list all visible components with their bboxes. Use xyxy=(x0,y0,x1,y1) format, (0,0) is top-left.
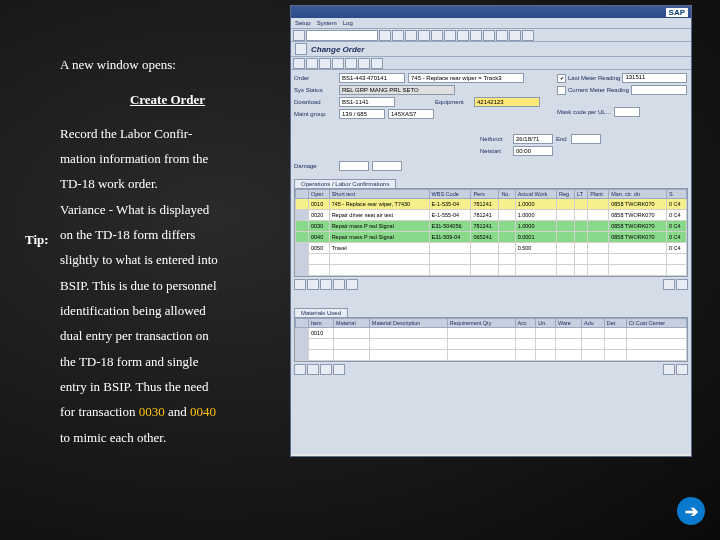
ops-cell-work[interactable]: 1.0000 xyxy=(515,210,556,221)
ops-cell-txt[interactable]: Repair mass P red Signal xyxy=(329,232,429,243)
menu-system[interactable]: System xyxy=(317,20,337,26)
tb-nextpage-icon[interactable] xyxy=(496,30,508,41)
ops-cell-plant[interactable] xyxy=(588,221,609,232)
ops-cell-lt[interactable] xyxy=(575,232,588,243)
tb-enter-icon[interactable] xyxy=(293,30,305,41)
ops-cell-txt[interactable]: 745 - Replace rear wiper, T7430 xyxy=(329,199,429,210)
mat-cell-cc[interactable] xyxy=(626,328,686,339)
tb-lastpage-icon[interactable] xyxy=(509,30,521,41)
ops-cell-wbs[interactable]: E-1-555-04 xyxy=(429,210,471,221)
tb-save-icon[interactable] xyxy=(379,30,391,41)
ops-cell-pers[interactable]: 065241 xyxy=(471,232,499,243)
ops-cell-s[interactable]: 0 C4 xyxy=(667,232,687,243)
tb-command-field[interactable] xyxy=(306,30,378,41)
ops-cell-plant[interactable] xyxy=(588,210,609,221)
mat-cell-adv[interactable] xyxy=(582,328,605,339)
app-tb-6-icon[interactable] xyxy=(358,58,370,69)
ops-cell-txt[interactable]: Travel xyxy=(329,243,429,254)
ops-cell-txt[interactable]: Repair mass P red Signal xyxy=(329,221,429,232)
ops-cell-reg[interactable] xyxy=(556,210,574,221)
menu-setup[interactable]: Setup xyxy=(295,20,311,26)
mat-scroll-right-icon[interactable] xyxy=(676,364,688,375)
ops-cell-no[interactable] xyxy=(499,210,515,221)
ops-cell-pers[interactable]: 781241 xyxy=(471,210,499,221)
ops-cell-pers[interactable] xyxy=(471,243,499,254)
ops-row[interactable]: 0020Repair driver seat air testE-1-555-0… xyxy=(296,210,687,221)
mat-mtb-4-icon[interactable] xyxy=(333,364,345,375)
tb-help-icon[interactable] xyxy=(522,30,534,41)
currmeter-field[interactable] xyxy=(631,85,687,95)
tb-print-icon[interactable] xyxy=(431,30,443,41)
tb-find-icon[interactable] xyxy=(444,30,456,41)
mat-scroll-left-icon[interactable] xyxy=(663,364,675,375)
ops-cell-work[interactable]: 0.500 xyxy=(515,243,556,254)
ops-cell-work[interactable]: 1.0000 xyxy=(515,199,556,210)
ops-row-empty[interactable] xyxy=(296,265,687,276)
ops-cell-plant[interactable] xyxy=(588,232,609,243)
app-tb-5-icon[interactable] xyxy=(345,58,357,69)
app-tb-2-icon[interactable] xyxy=(306,58,318,69)
ops-cell-man[interactable]: 0858 TWORK070 xyxy=(609,232,667,243)
ops-row[interactable]: 0030Repair mass P red SignalE31-50405678… xyxy=(296,221,687,232)
mat-cell-acc[interactable] xyxy=(515,328,536,339)
ops-cell-wbs[interactable]: E-1-535-04 xyxy=(429,199,471,210)
ops-cell-reg[interactable] xyxy=(556,199,574,210)
lastmeter-field[interactable]: 131511 xyxy=(622,73,687,83)
ops-cell-man[interactable]: 0858 TWORK070 xyxy=(609,221,667,232)
lastmeter-check[interactable]: ✔ xyxy=(557,74,566,83)
mat-cell-ware[interactable] xyxy=(555,328,581,339)
ops-mtb-2-icon[interactable] xyxy=(307,279,319,290)
download-field[interactable]: BS1-1141 xyxy=(339,97,395,107)
next-slide-button[interactable]: ➔ xyxy=(677,497,705,525)
damage-field2[interactable] xyxy=(372,161,402,171)
ops-cell-man[interactable]: 0858 TWORK070 xyxy=(609,199,667,210)
ops-row-empty[interactable] xyxy=(296,254,687,265)
materials-tab[interactable]: Materials Used xyxy=(294,308,348,317)
ops-cell-no[interactable] xyxy=(499,199,515,210)
ops-cell-op[interactable]: 0010 xyxy=(309,199,330,210)
mat-mtb-3-icon[interactable] xyxy=(320,364,332,375)
ops-cell-op[interactable]: 0030 xyxy=(309,221,330,232)
mat-mtb-2-icon[interactable] xyxy=(307,364,319,375)
mat-row-empty[interactable] xyxy=(296,350,687,361)
ops-cell-lt[interactable] xyxy=(575,199,588,210)
ops-mtb-5-icon[interactable] xyxy=(346,279,358,290)
ops-mtb-4-icon[interactable] xyxy=(333,279,345,290)
ops-cell-no[interactable] xyxy=(499,221,515,232)
ops-cell-plant[interactable] xyxy=(588,243,609,254)
ops-cell-pers[interactable]: 781241 xyxy=(471,199,499,210)
ops-cell-lt[interactable] xyxy=(575,243,588,254)
menu-log[interactable]: Log xyxy=(343,20,353,26)
ops-cell-txt[interactable]: Repair driver seat air test xyxy=(329,210,429,221)
netstart-field[interactable]: 00:00 xyxy=(513,146,553,156)
mat-row-empty[interactable] xyxy=(296,339,687,350)
mat-cell-un[interactable] xyxy=(536,328,556,339)
ops-cell-op[interactable]: 0020 xyxy=(309,210,330,221)
app-tb-3-icon[interactable] xyxy=(319,58,331,69)
ops-cell-wbs[interactable] xyxy=(429,243,471,254)
ops-cell-no[interactable] xyxy=(499,243,515,254)
tb-exit-icon[interactable] xyxy=(405,30,417,41)
ops-cell-wbs[interactable]: E31-504056 xyxy=(429,221,471,232)
ops-row[interactable]: 0010745 - Replace rear wiper, T7430E-1-5… xyxy=(296,199,687,210)
ops-scroll-left-icon[interactable] xyxy=(663,279,675,290)
ops-row[interactable]: 0050Travel0.5000 C4 xyxy=(296,243,687,254)
order-desc-field[interactable]: 745 - Replace rear wiper = Track3 xyxy=(408,73,524,83)
ops-cell-plant[interactable] xyxy=(588,199,609,210)
ops-mtb-3-icon[interactable] xyxy=(320,279,332,290)
mat-cell-det[interactable] xyxy=(604,328,626,339)
equip-field[interactable]: 42142123 xyxy=(474,97,540,107)
ops-cell-pers[interactable]: 781241 xyxy=(471,221,499,232)
mat-row[interactable]: 0010 xyxy=(296,328,687,339)
app-tb-1-icon[interactable] xyxy=(293,58,305,69)
netfunct-end-field[interactable] xyxy=(571,134,601,144)
maint-field1[interactable]: 139 / 685 xyxy=(339,109,385,119)
ops-cell-man[interactable]: 0858 TWORK070 xyxy=(609,210,667,221)
ops-mtb-1-icon[interactable] xyxy=(294,279,306,290)
ops-cell-wbs[interactable]: E31-509-04 xyxy=(429,232,471,243)
ops-cell-reg[interactable] xyxy=(556,243,574,254)
tb-firstpage-icon[interactable] xyxy=(470,30,482,41)
netfunct-field[interactable]: 26/18/71 xyxy=(513,134,553,144)
tb-back-icon[interactable] xyxy=(392,30,404,41)
app-tb-4-icon[interactable] xyxy=(332,58,344,69)
